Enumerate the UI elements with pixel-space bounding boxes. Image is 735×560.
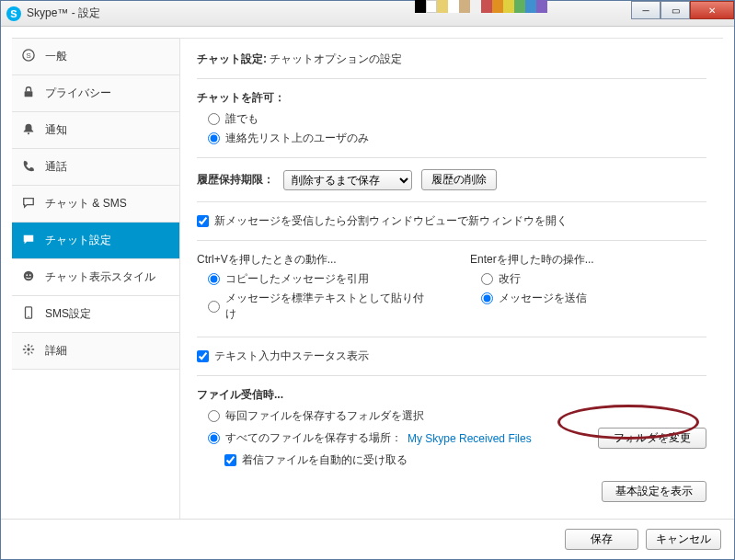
file-saveall-path[interactable]: My Skype Received Files [408,432,532,445]
chat-icon [21,196,36,211]
header-subtitle: チャットオプションの設定 [270,52,402,65]
allow-contacts-radio[interactable] [208,132,220,144]
svg-text:S: S [26,51,30,60]
svg-point-5 [26,274,28,276]
enter-newline-radio[interactable] [481,273,493,285]
sidebar-item-label: 通話 [45,159,67,175]
divider [197,201,706,202]
skype-icon: S [21,49,36,64]
enter-newline-label: 改行 [499,271,521,287]
ctrlv-quote-radio[interactable] [208,273,220,285]
sidebar-item-label: 詳細 [45,343,67,359]
sidebar-item-label: チャット表示スタイル [45,269,155,285]
sidebar-item-chat-style[interactable]: チャット表示スタイル [12,259,179,296]
file-choose-folder-label: 毎回ファイルを保存するフォルダを選択 [225,408,424,424]
sidebar-item-privacy[interactable]: プライバシー [12,75,179,112]
split-window-checkbox[interactable] [197,215,209,227]
enter-label: Enterを押した時の操作... [470,253,594,266]
change-folder-button[interactable]: フォルダを変更 [598,428,706,449]
allow-contacts-label: 連絡先リスト上のユーザのみ [225,131,369,146]
smiley-icon [21,269,36,285]
section-allow-chat: チャットを許可： 誰でも 連絡先リスト上のユーザのみ [197,90,706,146]
sidebar-item-label: 一般 [45,49,67,64]
ctrlv-quote-label: コピーしたメッセージを引用 [225,271,369,287]
lock-icon [21,86,36,101]
sidebar-item-chat-sms[interactable]: チャット & SMS [12,186,179,223]
content-header: チャット設定: チャットオプションの設定 [197,51,706,67]
enter-send-radio[interactable] [481,292,493,304]
color-swatches [415,0,547,13]
divider [197,240,706,241]
sidebar: S 一般 プライバシー 通知 通話 [12,38,179,519]
chat-filled-icon [21,233,36,248]
file-choose-folder-radio[interactable] [208,410,220,422]
section-history: 履歴保持期限： 削除するまで保存 履歴の削除 [197,169,706,190]
sidebar-item-chat-settings[interactable]: チャット設定 [12,223,179,259]
header-title: チャット設定: [197,52,267,65]
settings-window: S Skype™ - 設定 ─ ▭ ✕ S 一般 [0,0,735,560]
enter-column: Enterを押した時の操作... 改行 メッセージを送信 [470,252,706,326]
svg-point-8 [28,316,29,317]
file-choose-folder-row[interactable]: 毎回ファイルを保存するフォルダを選択 [208,408,706,424]
file-auto-accept-row[interactable]: 着信ファイルを自動的に受け取る [224,452,706,468]
sidebar-item-calls[interactable]: 通話 [12,149,179,186]
enter-send-row[interactable]: メッセージを送信 [481,291,706,306]
sidebar-item-label: SMS設定 [45,306,91,322]
allow-anyone-row[interactable]: 誰でも [208,111,706,127]
maximize-button[interactable]: ▭ [660,1,690,19]
sidebar-item-label: 通知 [45,122,67,138]
typing-status-label: テキスト入力中ステータス表示 [214,349,369,364]
sidebar-item-sms-settings[interactable]: SMS設定 [12,296,179,333]
cancel-button[interactable]: キャンセル [646,529,721,550]
svg-rect-2 [25,91,33,97]
ctrlv-quote-row[interactable]: コピーしたメッセージを引用 [208,271,433,287]
file-saveall-prefix: すべてのファイルを保存する場所： [225,430,402,446]
split-window-label: 新メッセージを受信したら分割ウィンドウビューで新ウィンドウを開く [214,213,568,229]
minimize-button[interactable]: ─ [631,1,660,19]
close-button[interactable]: ✕ [690,1,734,19]
ctrlv-column: Ctrl+Vを押したときの動作... コピーしたメッセージを引用 メッセージを標… [197,252,433,326]
basic-settings-row: 基本設定を表示 [197,481,706,502]
file-saveall-radio[interactable] [208,432,220,444]
sidebar-item-advanced[interactable]: 詳細 [12,333,179,370]
window-title: Skype™ - 設定 [27,6,100,21]
window-controls: ─ ▭ ✕ [631,1,734,19]
sidebar-item-general[interactable]: S 一般 [12,39,179,75]
divider [197,78,706,79]
footer: 保存 キャンセル [1,519,734,559]
allow-anyone-radio[interactable] [208,113,220,125]
history-retention-select[interactable]: 削除するまで保存 [283,170,412,190]
typing-status-row[interactable]: テキスト入力中ステータス表示 [197,349,706,364]
allow-contacts-row[interactable]: 連絡先リスト上のユーザのみ [208,131,706,146]
ctrlv-paste-radio[interactable] [208,301,220,313]
file-receive-label: ファイル受信時... [197,387,706,403]
file-auto-accept-label: 着信ファイルを自動的に受け取る [242,452,408,468]
file-auto-accept-checkbox[interactable] [224,454,236,466]
save-button[interactable]: 保存 [565,529,638,550]
ctrlv-paste-row[interactable]: メッセージを標準テキストとして貼り付け [208,291,433,322]
enter-send-label: メッセージを送信 [499,291,587,306]
typing-status-checkbox[interactable] [197,350,209,362]
ctrlv-paste-label: メッセージを標準テキストとして貼り付け [225,291,433,322]
titlebar: S Skype™ - 設定 ─ ▭ ✕ [1,1,734,27]
ctrlv-label: Ctrl+Vを押したときの動作... [197,253,337,266]
content-panel: チャット設定: チャットオプションの設定 チャットを許可： 誰でも 連絡先リスト… [179,38,723,519]
show-basic-settings-button[interactable]: 基本設定を表示 [602,481,706,502]
section-file-receive: ファイル受信時... 毎回ファイルを保存するフォルダを選択 すべてのファイルを保… [197,387,706,468]
window-body: S 一般 プライバシー 通知 通話 [1,27,734,519]
delete-history-button[interactable]: 履歴の削除 [421,169,497,190]
enter-newline-row[interactable]: 改行 [481,271,706,287]
sidebar-item-notifications[interactable]: 通知 [12,112,179,149]
svg-point-6 [29,274,31,276]
file-saveall-row[interactable]: すべてのファイルを保存する場所： My Skype Received Files… [208,428,706,449]
gear-icon [21,343,36,359]
phone-icon [21,159,36,175]
split-window-row[interactable]: 新メッセージを受信したら分割ウィンドウビューで新ウィンドウを開く [197,213,706,229]
divider [197,337,706,337]
bell-icon [21,122,36,138]
sidebar-item-label: チャット設定 [45,233,111,248]
paste-enter-columns: Ctrl+Vを押したときの動作... コピーしたメッセージを引用 メッセージを標… [197,252,706,326]
divider [197,157,706,158]
allow-anyone-label: 誰でも [225,111,258,127]
sidebar-item-label: プライバシー [45,86,111,101]
